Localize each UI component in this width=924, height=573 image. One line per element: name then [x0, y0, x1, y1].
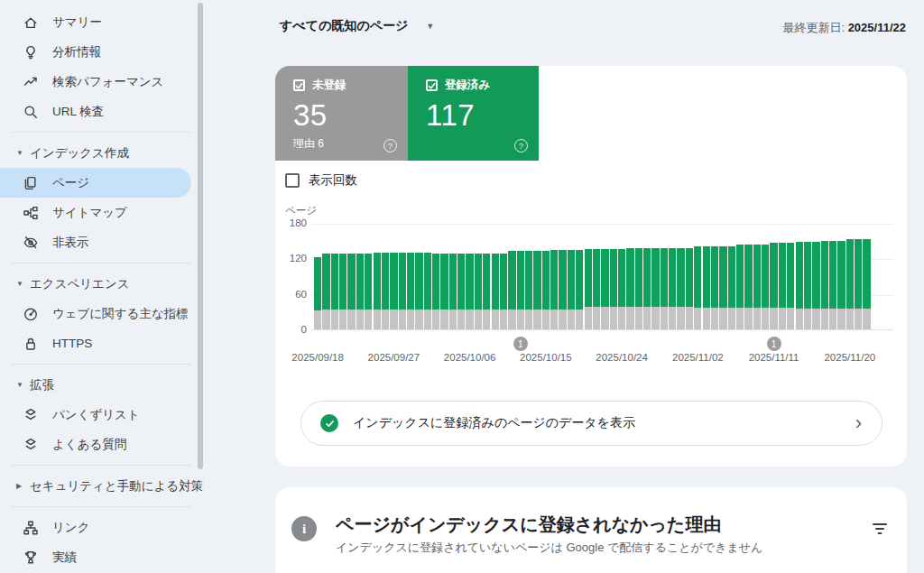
gridline	[311, 224, 893, 225]
bar-登録済み	[415, 253, 422, 310]
bar-登録済み	[322, 254, 329, 310]
sidebar-section-インデックス作成[interactable]: ▼インデックス作成	[0, 138, 206, 168]
layers-icon	[23, 407, 39, 423]
sidebar-item-label: HTTPS	[52, 337, 92, 350]
checked-checkbox-icon[interactable]	[293, 79, 305, 91]
sidebar: サマリー分析情報検索パフォーマンスURL 検査▼インデックス作成ページサイトマッ…	[0, 0, 206, 573]
view-indexed-data-banner[interactable]: インデックスに登録済みのページのデータを表示 ›	[300, 401, 882, 446]
bar-登録済み	[365, 254, 372, 310]
impressions-toggle[interactable]: 表示回数	[285, 172, 357, 189]
sidebar-item-非表示[interactable]: 非表示	[0, 227, 206, 257]
sidebar-section-label: インデックス作成	[30, 145, 129, 162]
sidebar-item-ページ[interactable]: ページ	[0, 168, 191, 198]
bar-未登録	[643, 307, 651, 329]
tile-unregistered[interactable]: 未登録 35 理由 6 ?	[275, 66, 408, 161]
sidebar-item-検索パフォーマンス[interactable]: 検索パフォーマンス	[0, 67, 206, 97]
bar-未登録	[821, 309, 828, 329]
bar-未登録	[322, 310, 329, 329]
bar-未登録	[829, 309, 836, 329]
bar-未登録	[686, 307, 693, 329]
chart-annotation-marker[interactable]: 1	[767, 337, 781, 351]
bar-未登録	[703, 308, 710, 329]
sidebar-item-label: 分析情報	[52, 44, 101, 60]
info-icon: i	[291, 516, 317, 541]
bar-未登録	[356, 310, 364, 329]
performance-icon	[23, 74, 39, 90]
bar-登録済み	[837, 241, 845, 309]
chart-plot-area[interactable]	[311, 224, 893, 330]
sidebar-item-よくある質問[interactable]: よくある質問	[0, 430, 206, 459]
triangle-down-icon: ▼	[16, 280, 30, 288]
bar-登録済み	[736, 245, 744, 307]
eye-off-icon	[23, 235, 39, 251]
bar-未登録	[399, 310, 406, 329]
x-tick-label: 2025/10/24	[586, 352, 658, 363]
sidebar-item-実績[interactable]: 実績	[0, 542, 206, 572]
sidebar-section-エクスペリエンス[interactable]: ▼エクスペリエンス	[0, 269, 206, 299]
x-tick-label: 2025/11/20	[814, 352, 886, 363]
bar-登録済み	[669, 248, 676, 308]
y-tick-label: 120	[273, 253, 307, 263]
bar-未登録	[753, 308, 761, 329]
bar-未登録	[550, 310, 558, 329]
bar-未登録	[719, 308, 726, 329]
bar-未登録	[762, 308, 769, 329]
bar-登録済み	[711, 246, 718, 308]
sidebar-item-HTTPS[interactable]: HTTPS	[0, 328, 206, 358]
bar-登録済み	[568, 250, 575, 310]
bar-未登録	[415, 310, 422, 329]
sidebar-section-label: 拡張	[30, 377, 54, 393]
bar-未登録	[390, 310, 397, 329]
bar-登録済み	[846, 239, 854, 309]
bar-登録済み	[779, 243, 786, 308]
sidebar-section-セキュリティと手動による対策[interactable]: ▶セキュリティと手動による対策	[0, 471, 206, 501]
sidebar-item-サマリー[interactable]: サマリー	[0, 7, 206, 37]
help-icon[interactable]: ?	[383, 139, 397, 152]
sidebar-item-パンくずリスト[interactable]: パンくずリスト	[0, 400, 206, 430]
bar-登録済み	[686, 248, 693, 308]
sidebar-divider	[11, 506, 191, 507]
tile-registered[interactable]: 登録済み 117 ?	[408, 66, 539, 161]
bar-未登録	[500, 310, 507, 329]
bar-未登録	[694, 308, 701, 329]
bar-登録済み	[719, 246, 726, 308]
bar-未登録	[542, 310, 550, 329]
bar-未登録	[796, 309, 803, 329]
chart-annotation-marker[interactable]: 1	[513, 337, 528, 351]
sidebar-divider	[11, 132, 191, 133]
bar-未登録	[585, 307, 592, 329]
triangle-down-icon: ▼	[16, 381, 30, 389]
bar-未登録	[508, 310, 515, 329]
bar-未登録	[440, 310, 448, 329]
checked-checkbox-icon[interactable]	[426, 79, 438, 91]
bar-登録済み	[314, 257, 321, 310]
page-filter-dropdown[interactable]: すべての既知のページ ▼	[280, 18, 434, 34]
sidebar-item-リンク[interactable]: リンク	[0, 513, 206, 542]
tile-value: 117	[426, 98, 539, 133]
sidebar-item-label: リンク	[52, 520, 89, 536]
unchecked-checkbox-icon[interactable]	[285, 173, 300, 188]
sidebar-item-URL 検査[interactable]: URL 検査	[0, 97, 206, 126]
sidebar-section-拡張[interactable]: ▼拡張	[0, 370, 206, 400]
sidebar-item-label: パンくずリスト	[52, 407, 140, 423]
sidebar-scrollbar[interactable]	[198, 3, 203, 469]
bar-登録済み	[787, 243, 794, 308]
x-tick-label: 2025/11/02	[661, 352, 734, 363]
bar-未登録	[593, 307, 600, 329]
bar-登録済み	[492, 254, 499, 310]
bar-未登録	[559, 310, 566, 329]
bar-登録済み	[500, 254, 507, 310]
bar-登録済み	[626, 248, 633, 308]
filter-icon[interactable]	[872, 523, 888, 536]
bar-登録済み	[618, 249, 625, 307]
sidebar-item-分析情報[interactable]: 分析情報	[0, 37, 206, 67]
lock-icon	[23, 336, 39, 352]
bar-登録済み	[559, 250, 566, 310]
sidebar-item-ウェブに関する主な指標[interactable]: ウェブに関する主な指標	[0, 299, 206, 328]
bar-登録済み	[374, 253, 381, 310]
sidebar-item-サイトマップ[interactable]: サイトマップ	[0, 198, 206, 227]
last-updated-date: 2025/11/22	[848, 21, 906, 34]
bar-登録済み	[525, 251, 532, 310]
help-icon[interactable]: ?	[514, 139, 528, 152]
tile-head: 登録済み	[426, 78, 539, 93]
